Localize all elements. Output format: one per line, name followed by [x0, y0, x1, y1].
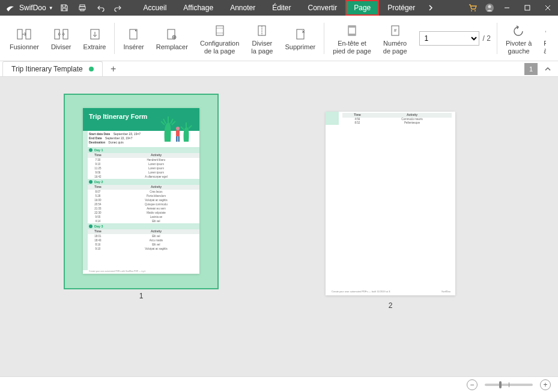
- ribbon-label: Supprimer: [285, 43, 315, 51]
- ribbon-rotate-left[interactable]: Pivoter à gauche: [500, 16, 538, 61]
- ribbon-label: Pivoter à gauche: [506, 40, 532, 55]
- zoom-in-button[interactable]: +: [540, 379, 551, 390]
- minimize-button[interactable]: [497, 0, 517, 16]
- document-tab-title: Trip Itinerary Template: [11, 65, 83, 73]
- delete-icon: [293, 26, 308, 42]
- svg-rect-34: [176, 130, 180, 136]
- rotate-right-icon: [544, 23, 546, 38]
- close-button[interactable]: [538, 0, 558, 16]
- menu-more-chevron-icon[interactable]: [423, 0, 438, 16]
- ribbon-extract[interactable]: Extraire: [77, 16, 112, 61]
- thumb-number: 1: [64, 292, 219, 300]
- replace-icon: [164, 26, 180, 42]
- ribbon-rotate-right-partial[interactable]: Fà: [538, 16, 546, 61]
- unsaved-dot-icon: [89, 67, 94, 71]
- ribbon-split-page[interactable]: Diviser la page: [245, 16, 279, 61]
- page-setup-icon: [212, 23, 228, 38]
- ribbon-label: Insérer: [123, 43, 144, 51]
- page-title: Trip Itinerary Form: [89, 113, 147, 120]
- menu-proteger[interactable]: Protéger: [379, 0, 423, 16]
- svg-text:#: #: [393, 28, 396, 33]
- page-preview: TimeActivity 4:56Commodo mauris8:52Pelle…: [326, 112, 455, 295]
- svg-rect-24: [297, 29, 304, 39]
- status-bar: − +: [0, 376, 558, 392]
- ribbon-separator: [324, 23, 324, 54]
- svg-rect-17: [168, 29, 175, 39]
- page-indicator-badge: 1: [524, 63, 538, 75]
- svg-rect-35: [176, 136, 178, 142]
- rotate-left-icon: [511, 23, 527, 38]
- svg-rect-28: [348, 26, 356, 28]
- redo-icon[interactable]: [114, 3, 123, 13]
- zoom-out-button[interactable]: −: [467, 379, 478, 390]
- undo-icon[interactable]: [96, 3, 105, 13]
- menu-page[interactable]: Page: [345, 0, 379, 16]
- menu-convertir[interactable]: Convertir: [300, 0, 346, 16]
- collapse-ribbon-icon[interactable]: [541, 62, 554, 76]
- svg-rect-36: [178, 136, 180, 142]
- save-icon[interactable]: [59, 3, 69, 13]
- page-number-icon: #: [387, 23, 403, 38]
- zoom-slider[interactable]: [485, 384, 533, 386]
- split-page-icon: [254, 23, 270, 38]
- print-icon[interactable]: [77, 3, 87, 13]
- document-tab[interactable]: Trip Itinerary Template: [2, 61, 103, 76]
- svg-point-4: [475, 10, 476, 11]
- app-name: SwifDoo: [19, 4, 46, 12]
- ribbon-page-number[interactable]: # Numéro de page: [377, 16, 413, 61]
- menu-accueil[interactable]: Accueil: [135, 0, 175, 16]
- page-thumbnail-1[interactable]: Trip Itinerary Form Start data Date Sept…: [64, 94, 219, 300]
- svg-rect-12: [26, 29, 31, 39]
- illustration-icon: [160, 112, 196, 145]
- page-footer: Create your own automated PDFs — built 1…: [332, 290, 390, 293]
- page-preview: Trip Itinerary Form Start data Date Sept…: [83, 108, 199, 274]
- split-icon: [53, 26, 69, 42]
- svg-rect-19: [216, 26, 223, 35]
- ribbon-label: Extraire: [83, 43, 106, 51]
- page-footer: Create your own automated PDFs with Swif…: [89, 270, 193, 273]
- menu-editer[interactable]: Éditer: [264, 0, 299, 16]
- svg-point-6: [488, 5, 491, 8]
- ribbon-separator: [497, 23, 497, 54]
- ribbon-label: En-tête et pied de page: [333, 40, 371, 55]
- page-select-dropdown[interactable]: 1: [419, 31, 479, 46]
- app-menu-caret-icon[interactable]: ▼: [49, 5, 53, 11]
- ribbon-merge[interactable]: Fusionner: [4, 16, 45, 61]
- insert-icon: [126, 26, 142, 42]
- ribbon-label: Configuration de la page: [200, 40, 239, 55]
- svg-rect-29: [348, 34, 356, 35]
- ribbon-separator: [114, 23, 115, 54]
- user-icon[interactable]: [485, 3, 494, 13]
- ribbon-label: Numéro de page: [383, 40, 407, 55]
- ribbon-delete[interactable]: Supprimer: [279, 16, 321, 61]
- ribbon-replace[interactable]: Remplacer: [150, 16, 194, 61]
- window-controls: [497, 0, 558, 16]
- ribbon-page-setup[interactable]: Configuration de la page: [194, 16, 245, 61]
- menu-annoter[interactable]: Annoter: [222, 0, 264, 16]
- header-footer-icon: [344, 23, 360, 38]
- svg-rect-13: [55, 29, 59, 39]
- ribbon-label: Diviser la page: [251, 40, 273, 55]
- new-tab-button[interactable]: +: [106, 62, 121, 76]
- page-total-label: / 2: [483, 34, 491, 43]
- ribbon-insert[interactable]: Insérer: [117, 16, 150, 61]
- page-selector: 1 / 2: [419, 31, 491, 46]
- ribbon-label: Diviser: [51, 43, 71, 51]
- page-thumbnail-2[interactable]: TimeActivity 4:56Commodo mauris8:52Pelle…: [323, 109, 458, 310]
- menu-bar: Accueil Affichage Annoter Éditer Convert…: [135, 0, 468, 16]
- svg-point-33: [176, 127, 180, 130]
- ribbon-label: Fusionner: [10, 43, 39, 51]
- cart-icon[interactable]: [468, 3, 478, 13]
- svg-rect-8: [525, 5, 530, 10]
- document-tab-strip: Trip Itinerary Template + 1: [0, 61, 558, 77]
- page-thumbnails-workspace: Trip Itinerary Form Start data Date Sept…: [0, 77, 558, 376]
- menu-affichage[interactable]: Affichage: [175, 0, 222, 16]
- ribbon-split[interactable]: Diviser: [45, 16, 77, 61]
- app-logo: [5, 2, 16, 13]
- maximize-button[interactable]: [517, 0, 538, 16]
- page-footer-brand: SwifDoo: [441, 290, 450, 293]
- ribbon-header-footer[interactable]: En-tête et pied de page: [327, 16, 377, 61]
- svg-rect-14: [63, 29, 68, 39]
- title-right-controls: [468, 3, 494, 13]
- quick-access-toolbar: [59, 3, 123, 13]
